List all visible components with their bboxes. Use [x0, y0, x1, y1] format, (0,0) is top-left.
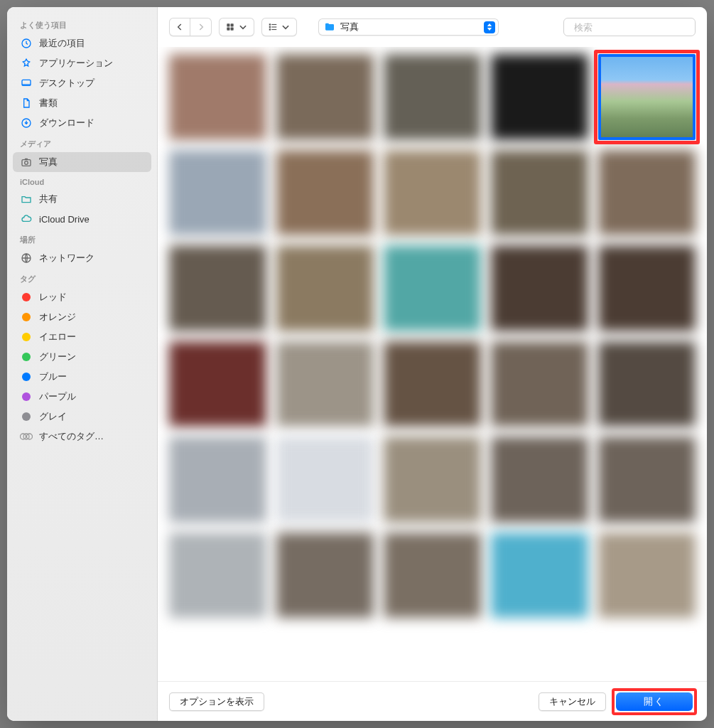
camera-icon [20, 156, 33, 168]
view-grid-button[interactable] [219, 18, 254, 36]
sidebar-item-label: アプリケーション [39, 57, 113, 70]
thumbnail[interactable] [169, 341, 266, 427]
sidebar-item-label: グリーン [39, 350, 76, 363]
open-button-highlight: 開く [613, 690, 696, 714]
thumbnail-image [598, 245, 696, 331]
sidebar-tag-item[interactable]: グリーン [13, 347, 151, 367]
sidebar-item-network[interactable]: ネットワーク [13, 248, 151, 268]
sidebar-item-label: 写真 [39, 156, 58, 168]
cloud-icon [20, 213, 33, 225]
sidebar-item-recents[interactable]: 最近の項目 [13, 33, 151, 53]
thumbnail[interactable] [491, 437, 588, 523]
thumbnail[interactable] [598, 341, 696, 427]
thumbnail[interactable] [491, 532, 588, 619]
thumbnail[interactable] [598, 532, 696, 619]
thumbnail-image [276, 54, 374, 140]
thumbnail-image [598, 532, 696, 619]
sidebar-item-photos[interactable]: 写真 [13, 152, 151, 172]
sidebar-item-label: グレイ [39, 410, 67, 423]
thumbnail[interactable] [276, 245, 374, 331]
thumbnail[interactable] [598, 54, 696, 140]
svg-rect-14 [269, 26, 271, 28]
thumbnail[interactable] [384, 245, 481, 331]
thumbnail-image [384, 532, 481, 619]
sidebar-item-desktop[interactable]: デスクトップ [13, 73, 151, 93]
thumbnail[interactable] [169, 150, 266, 236]
thumbnail[interactable] [491, 341, 588, 427]
download-icon [20, 117, 33, 129]
thumbnail-image [598, 437, 696, 523]
sidebar-tag-item[interactable]: パープル [13, 387, 151, 407]
tag-dot-icon [22, 392, 31, 401]
search-field[interactable] [563, 18, 696, 36]
thumbnail[interactable] [491, 245, 588, 331]
thumbnail[interactable] [598, 150, 696, 236]
sidebar-tag-item[interactable]: ブルー [13, 367, 151, 387]
group-button[interactable] [261, 18, 297, 36]
tag-dot-icon [22, 412, 31, 421]
thumbnail[interactable] [276, 532, 374, 619]
thumbnail[interactable] [384, 341, 481, 427]
open-button[interactable]: 開く [616, 692, 693, 711]
thumbnail[interactable] [491, 150, 588, 236]
footer: オプションを表示 キャンセル 開く [158, 681, 707, 721]
thumbnail[interactable] [384, 54, 481, 140]
thumbnail-image [491, 245, 588, 331]
svg-rect-13 [269, 23, 271, 25]
thumbnail-image [384, 150, 481, 236]
back-button[interactable] [169, 18, 190, 36]
sidebar-item-label: iCloud Drive [39, 214, 90, 225]
sidebar-item-label: ネットワーク [39, 252, 94, 264]
grid-area[interactable] [158, 47, 707, 681]
sidebar-item-label: すべてのタグ… [39, 430, 104, 443]
thumbnail[interactable] [276, 150, 374, 236]
tag-dot-icon [22, 353, 31, 361]
thumbnail-image [276, 532, 374, 619]
sidebar-item-documents[interactable]: 書類 [13, 93, 151, 113]
sidebar-tag-item[interactable]: イエロー [13, 327, 151, 347]
sidebar-item-label: オレンジ [39, 311, 76, 323]
sidebar-item-all-tags[interactable]: すべてのタグ… [13, 427, 151, 446]
tag-dot-icon [22, 313, 31, 321]
thumbnail-image [491, 54, 588, 140]
tag-dot-icon [22, 373, 31, 381]
thumbnail-image [276, 437, 374, 523]
search-input[interactable] [574, 22, 693, 33]
thumbnail[interactable] [169, 245, 266, 331]
sidebar-section-icloud: iCloud [13, 172, 151, 189]
thumbnail[interactable] [276, 341, 374, 427]
sidebar-item-label: イエロー [39, 331, 76, 343]
thumbnail[interactable] [598, 245, 696, 331]
thumbnail[interactable] [384, 437, 481, 523]
sidebar-item-shared[interactable]: 共有 [13, 189, 151, 209]
thumbnail[interactable] [384, 150, 481, 236]
thumbnail[interactable] [169, 54, 266, 140]
sidebar-item-applications[interactable]: アプリケーション [13, 53, 151, 73]
thumbnail-image [384, 54, 481, 140]
sidebar-item-icloud-drive[interactable]: iCloud Drive [13, 209, 151, 229]
thumbnail[interactable] [384, 532, 481, 619]
sidebar-item-downloads[interactable]: ダウンロード [13, 113, 151, 133]
forward-button[interactable] [190, 18, 212, 36]
svg-rect-18 [271, 29, 276, 30]
apps-icon [20, 57, 33, 70]
thumbnail[interactable] [169, 532, 266, 619]
thumbnail[interactable] [276, 54, 374, 140]
shared-folder-icon [20, 193, 33, 205]
thumbnail[interactable] [598, 437, 696, 523]
location-popup[interactable]: 写真 [318, 18, 499, 36]
thumbnail[interactable] [491, 54, 588, 140]
sidebar-tag-item[interactable]: グレイ [13, 407, 151, 427]
thumbnail[interactable] [276, 437, 374, 523]
sidebar-item-label: 最近の項目 [39, 37, 85, 50]
cancel-button[interactable]: キャンセル [539, 692, 606, 711]
sidebar-tag-item[interactable]: レッド [13, 287, 151, 307]
toolbar: 写真 [158, 7, 707, 47]
options-button[interactable]: オプションを表示 [169, 692, 264, 711]
sidebar-tag-item[interactable]: オレンジ [13, 307, 151, 327]
thumbnail[interactable] [169, 437, 266, 523]
sidebar-section-favorites: よく使う項目 [13, 14, 151, 33]
thumbnail-grid [169, 54, 696, 618]
svg-rect-9 [227, 23, 229, 26]
thumbnail-image [169, 245, 266, 331]
